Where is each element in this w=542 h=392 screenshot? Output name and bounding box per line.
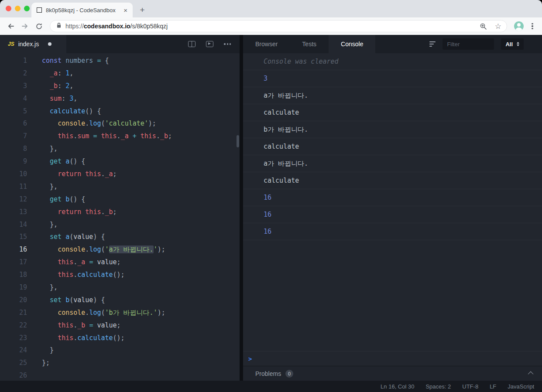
code-line[interactable]: 7 this.sum = this._a + this._b; (0, 130, 240, 143)
forward-button[interactable] (18, 20, 31, 33)
code-line[interactable]: 17 this._a = value; (0, 256, 240, 269)
code-line[interactable]: 22 this._b = value; (0, 319, 240, 332)
url-path: /s/8k0p58kqzj (130, 23, 168, 30)
console-row[interactable]: calculate (243, 172, 542, 189)
console-row[interactable]: b가 바뀝니다. (243, 121, 542, 138)
line-number: 17 (0, 256, 27, 269)
code-text: sum: 3, (27, 92, 77, 105)
console-row[interactable]: 16 (243, 223, 542, 240)
editor-more-menu-icon[interactable] (224, 43, 231, 44)
zoom-icon[interactable] (478, 20, 489, 32)
browser-tab[interactable]: 8k0p58kqzj - CodeSandbox × (31, 3, 133, 17)
code-line[interactable]: 5 calculate() { (0, 105, 240, 118)
code-text (27, 369, 42, 381)
console-row[interactable]: 16 (243, 189, 542, 206)
status-item[interactable]: Ln 16, Col 30 (381, 383, 414, 390)
line-number: 25 (0, 357, 27, 369)
code-line[interactable]: 25}; (0, 357, 240, 369)
reload-button[interactable] (32, 20, 45, 33)
code-line[interactable]: 13 return this._b; (0, 206, 240, 218)
console-tabs: BrowserTestsConsole (243, 35, 375, 53)
url-scheme: https:// (65, 23, 84, 30)
code-area[interactable]: 1const numbers = {2 _a: 1,3 _b: 2,4 sum:… (0, 53, 240, 381)
console-input-row[interactable]: > (243, 351, 542, 366)
console-header: BrowserTestsConsole All (243, 35, 542, 53)
code-lines: 1const numbers = {2 _a: 1,3 _b: 2,4 sum:… (0, 55, 240, 381)
code-line[interactable]: 21 console.log('b가 바뀝니다.'); (0, 307, 240, 319)
code-line[interactable]: 19 }, (0, 281, 240, 294)
code-line[interactable]: 4 sum: 3, (0, 92, 240, 105)
code-line[interactable]: 12 get b() { (0, 193, 240, 206)
code-line[interactable]: 8 }, (0, 143, 240, 155)
status-bar: Ln 16, Col 30Spaces: 2UTF-8LFJavaScript (0, 381, 542, 392)
code-text: this.calculate(); (27, 269, 125, 281)
back-button[interactable] (4, 20, 17, 33)
open-preview-icon[interactable] (206, 41, 213, 47)
code-text: set a(value) { (27, 231, 105, 243)
workspace: JS index.js 1const numbers = {2 _a: 1,3 … (0, 35, 542, 381)
code-line[interactable]: 11 }, (0, 181, 240, 193)
close-tab-icon[interactable]: × (123, 6, 128, 14)
minimize-window-button[interactable] (15, 6, 21, 11)
code-line[interactable]: 6 console.log('calculate'); (0, 117, 240, 130)
log-level-select[interactable]: All (501, 38, 524, 50)
line-number: 26 (0, 369, 27, 381)
browser-tabstrip: 8k0p58kqzj - CodeSandbox × + (0, 0, 542, 17)
file-tab-indexjs[interactable]: JS index.js (0, 35, 66, 53)
code-line[interactable]: 14 }, (0, 218, 240, 231)
split-view-icon[interactable] (188, 41, 196, 47)
code-text: _a: 1, (27, 67, 73, 80)
code-line[interactable]: 18 this.calculate(); (0, 269, 240, 281)
console-row[interactable]: 16 (243, 206, 542, 223)
line-number: 1 (0, 55, 27, 67)
code-line[interactable]: 10 return this._a; (0, 168, 240, 181)
code-line[interactable]: 24 } (0, 344, 240, 357)
new-tab-button[interactable]: + (136, 3, 148, 17)
code-line[interactable]: 3 _b: 2, (0, 80, 240, 92)
code-line[interactable]: 26 (0, 369, 240, 381)
profile-avatar[interactable] (514, 21, 524, 31)
secure-lock-icon[interactable] (56, 22, 62, 30)
editor-scrollbar[interactable] (237, 135, 239, 147)
problems-bar[interactable]: Problems 0 (243, 366, 542, 381)
code-line[interactable]: 1const numbers = { (0, 55, 240, 67)
console-row[interactable]: a가 바뀝니다. (243, 155, 542, 172)
filter-input[interactable] (443, 38, 494, 50)
line-number: 4 (0, 92, 27, 105)
console-row[interactable]: 3 (243, 70, 542, 87)
console-row[interactable]: calculate (243, 104, 542, 121)
status-item[interactable]: LF (490, 383, 496, 390)
code-line[interactable]: 20 set b(value) { (0, 294, 240, 307)
code-text: } (27, 344, 54, 357)
line-number: 3 (0, 80, 27, 92)
code-text: }, (27, 181, 58, 193)
code-text: this._b = value; (27, 319, 121, 332)
console-tab-tests[interactable]: Tests (290, 35, 329, 53)
console-row[interactable]: Console was cleared (243, 53, 542, 70)
collapse-chevron-icon[interactable] (528, 372, 534, 377)
console-row[interactable]: a가 바뀝니다. (243, 87, 542, 104)
editor-tabbar: JS index.js (0, 35, 240, 53)
code-line[interactable]: 15 set a(value) { (0, 231, 240, 243)
browser-menu-icon[interactable] (527, 20, 538, 32)
code-line[interactable]: 2 _a: 1, (0, 67, 240, 80)
url-text[interactable]: https://codesandbox.io/s/8k0p58kqzj (65, 23, 474, 30)
status-item[interactable]: JavaScript (508, 383, 534, 390)
console-tab-console[interactable]: Console (329, 35, 375, 53)
bookmark-star-icon[interactable]: ☆ (493, 23, 503, 30)
sort-filter-icon[interactable] (429, 41, 436, 47)
panel-divider[interactable] (240, 35, 243, 381)
console-prompt-icon: > (248, 355, 252, 362)
address-bar[interactable]: https://codesandbox.io/s/8k0p58kqzj ☆ (50, 20, 507, 32)
line-number: 7 (0, 130, 27, 143)
console-row[interactable]: calculate (243, 138, 542, 155)
console-tab-browser[interactable]: Browser (243, 35, 290, 53)
close-window-button[interactable] (6, 6, 11, 11)
status-item[interactable]: Spaces: 2 (425, 383, 451, 390)
fullscreen-window-button[interactable] (24, 6, 30, 11)
code-line[interactable]: 23 this.calculate(); (0, 332, 240, 344)
status-item[interactable]: UTF-8 (462, 383, 478, 390)
line-number: 23 (0, 332, 27, 344)
code-line[interactable]: 16 console.log('a가 바뀝니다.'); (0, 243, 240, 256)
code-line[interactable]: 9 get a() { (0, 155, 240, 168)
